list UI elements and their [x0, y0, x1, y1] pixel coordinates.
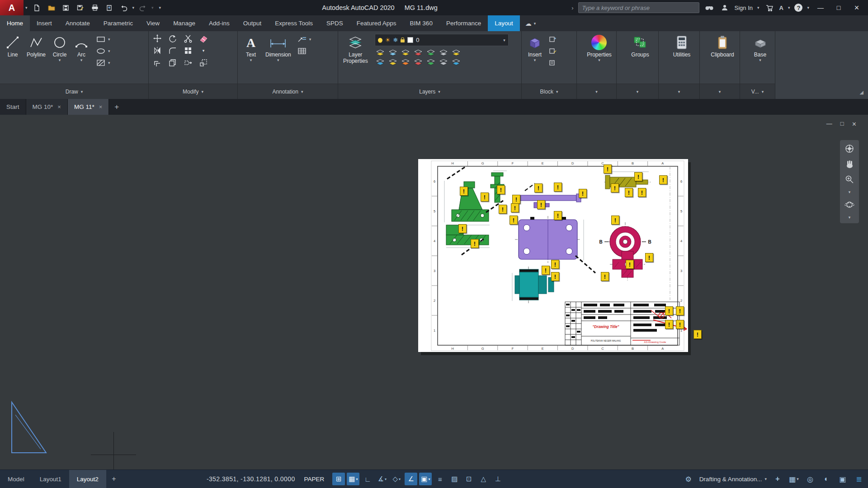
warning-marker[interactable]: ! — [659, 175, 667, 184]
zoom-caret-icon[interactable]: ▾ — [849, 190, 851, 194]
annotation-scale-button[interactable]: ▦ ▾ — [788, 473, 799, 485]
panel-strip-annotation[interactable]: Annotation ▾ — [238, 84, 338, 99]
viewport-minimize-button[interactable]: — — [826, 120, 832, 128]
clean-screen-button[interactable]: ▣ — [837, 473, 848, 485]
warning-marker[interactable]: ! — [481, 192, 489, 202]
warning-marker[interactable]: ! — [676, 306, 684, 315]
dynamic-ucs-toggle[interactable]: ⊥ — [491, 473, 504, 485]
search-binoculars-button[interactable] — [704, 2, 715, 13]
file-tab-mg-10[interactable]: MG 10*× — [26, 99, 68, 115]
circle-button[interactable]: Circle ▾ — [50, 33, 70, 63]
warning-marker[interactable]: ! — [638, 188, 646, 197]
warning-marker[interactable]: ! — [665, 306, 673, 315]
text-button[interactable]: A Text ▾ — [241, 33, 261, 63]
search-input[interactable] — [578, 2, 699, 13]
warning-marker[interactable]: ! — [471, 239, 479, 248]
warning-marker[interactable]: ! — [693, 330, 702, 339]
warning-marker[interactable]: ! — [676, 320, 684, 329]
warning-marker[interactable]: ! — [551, 272, 559, 281]
groups-button[interactable]: Groups — [629, 33, 651, 59]
erase-button[interactable] — [198, 33, 209, 44]
undo-button[interactable] — [118, 2, 130, 14]
save-as-button[interactable] — [75, 2, 86, 14]
warning-marker[interactable]: ! — [579, 189, 587, 198]
open-file-button[interactable] — [46, 2, 57, 14]
warning-marker[interactable]: ! — [626, 260, 634, 269]
hatch-caret-icon[interactable]: ▾ — [108, 61, 110, 65]
warning-marker[interactable]: ! — [537, 200, 545, 209]
warning-marker[interactable]: ! — [554, 183, 562, 192]
ribbon-tab-express-tools[interactable]: Express Tools — [268, 15, 320, 31]
panel-strip-view[interactable]: V... ▾ — [740, 84, 775, 99]
ribbon-tab-output[interactable]: Output — [236, 15, 269, 31]
hatch-button[interactable] — [95, 57, 107, 68]
layout-tab-model[interactable]: Model — [0, 470, 32, 488]
sign-in-label[interactable]: Sign In — [735, 5, 753, 11]
leader-caret-icon[interactable]: ▾ — [309, 37, 311, 42]
publish-button[interactable] — [104, 2, 115, 14]
panel-strip-layers[interactable]: Layers ▾ — [338, 84, 521, 99]
layer-dropdown[interactable]: ☀ ❄ 0 ▾ — [375, 34, 509, 46]
ribbon-tab-view[interactable]: View — [140, 15, 166, 31]
warning-marker[interactable]: ! — [611, 183, 619, 192]
layer-color-button[interactable] — [413, 49, 424, 57]
trim-button[interactable] — [182, 33, 194, 44]
layer-lock-button[interactable] — [400, 49, 411, 57]
ribbon-tab-parametric[interactable]: Parametric — [97, 15, 140, 31]
plot-button[interactable] — [89, 2, 101, 14]
new-layout-button[interactable]: + — [106, 475, 122, 483]
table-button[interactable] — [296, 46, 308, 56]
app-store-cart-button[interactable] — [764, 2, 775, 13]
properties-button[interactable]: Properties ▾ — [585, 33, 614, 63]
sign-in-user-button[interactable] — [719, 2, 730, 13]
connect-cloud-button[interactable]: ☁ ▾ — [520, 15, 542, 31]
drawing-area[interactable]: — □ × ▾ ▾ HGFEDCBA HGFEDCBA 65 — [0, 115, 868, 470]
panel-strip-draw[interactable]: Draw ▾ — [0, 84, 148, 99]
file-tab-close-icon[interactable]: × — [57, 103, 61, 110]
save-button[interactable] — [60, 2, 72, 14]
layer-delete-button[interactable] — [451, 58, 462, 66]
stretch-button[interactable] — [182, 57, 194, 68]
application-menu-button[interactable]: A — [0, 0, 24, 15]
isometric-drafting-toggle[interactable]: ◇▾ — [390, 473, 403, 485]
insert-block-button[interactable]: Insert ▾ — [524, 33, 545, 63]
layer-unisolate-button[interactable] — [375, 58, 386, 66]
isolate-objects-button[interactable]: ◎ — [805, 473, 816, 485]
layer-merge-button[interactable] — [438, 58, 449, 66]
base-button[interactable]: Base ▾ — [750, 33, 770, 63]
warning-marker[interactable]: ! — [665, 320, 673, 329]
status-slideout-button[interactable]: ≣ — [854, 473, 864, 485]
polyline-button[interactable]: Polyline — [24, 33, 48, 59]
workspace-switcher[interactable]: Drafting & Annotation... ▾ — [699, 476, 767, 483]
copy-button[interactable] — [167, 57, 179, 68]
navigation-wheel-button[interactable] — [844, 144, 854, 154]
layer-freeze-button[interactable] — [387, 49, 398, 57]
navbar-menu-caret-icon[interactable]: ▾ — [849, 215, 851, 220]
panel-strip-utilities[interactable]: ▾ — [659, 84, 699, 99]
redo-caret-icon[interactable]: ▾ — [151, 5, 154, 10]
panel-strip-modify[interactable]: Modify ▾ — [149, 84, 237, 99]
file-tab-start[interactable]: Start — [0, 99, 26, 115]
ribbon-tab-featured-apps[interactable]: Featured Apps — [350, 15, 403, 31]
ribbon-tab-home[interactable]: Home — [0, 15, 30, 31]
warning-marker[interactable]: ! — [542, 266, 550, 275]
window-close-button[interactable]: × — [850, 1, 863, 14]
ellipse-button[interactable] — [95, 46, 107, 56]
fillet-button[interactable] — [167, 45, 179, 56]
redo-button[interactable] — [137, 2, 149, 14]
window-minimize-button[interactable]: — — [814, 1, 827, 14]
dimension-button[interactable]: Dimension ▾ — [263, 33, 293, 63]
ellipse-caret-icon[interactable]: ▾ — [108, 49, 110, 53]
account-caret-icon[interactable]: ▾ — [788, 5, 790, 10]
snap-mode-toggle[interactable]: ▦▾ — [347, 473, 359, 485]
layer-match-button[interactable] — [425, 49, 436, 57]
arc-button[interactable]: Arc ▾ — [71, 33, 91, 63]
ribbon-tab-performance[interactable]: Performance — [439, 15, 488, 31]
layer-isolate-button[interactable] — [451, 49, 462, 57]
panel-strip-clipboard[interactable]: ▾ — [700, 84, 740, 99]
create-block-button[interactable] — [547, 34, 559, 45]
selection-cycling-toggle[interactable]: ⊡ — [462, 473, 475, 485]
warning-marker[interactable]: ! — [645, 253, 653, 262]
autodesk-account-icon[interactable]: A — [779, 5, 783, 11]
window-maximize-button[interactable]: □ — [832, 1, 845, 14]
